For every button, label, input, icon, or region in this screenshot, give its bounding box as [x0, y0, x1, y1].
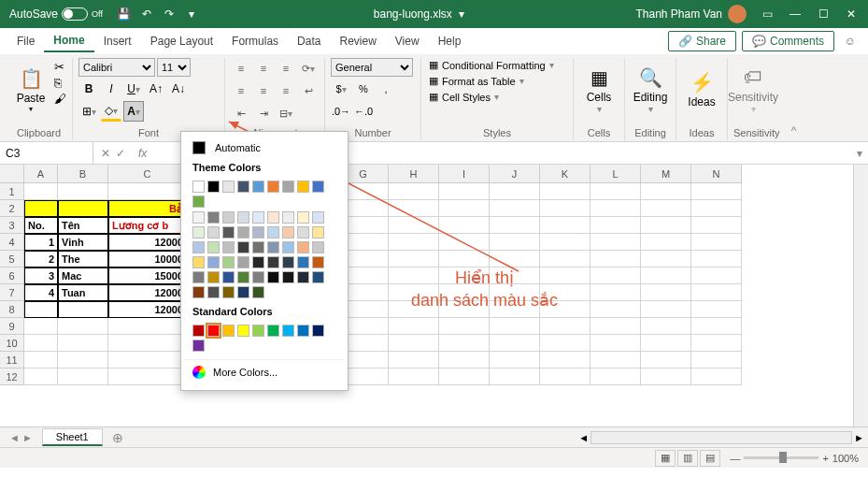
cell[interactable]	[591, 251, 641, 267]
tab-view[interactable]: View	[386, 31, 429, 51]
cell[interactable]: Bả	[108, 200, 187, 217]
cell[interactable]	[108, 183, 187, 200]
color-swatch[interactable]	[282, 256, 294, 268]
color-swatch[interactable]	[312, 271, 324, 283]
cell[interactable]	[24, 200, 58, 217]
ideas-button[interactable]: ⚡Ideas	[682, 58, 721, 120]
cell[interactable]	[58, 335, 108, 352]
color-swatch[interactable]	[282, 211, 294, 224]
cell[interactable]	[389, 183, 439, 200]
cell[interactable]: Tên	[58, 217, 108, 234]
color-swatch[interactable]	[237, 241, 249, 253]
cancel-formula-icon[interactable]: ✕	[101, 147, 110, 160]
cell[interactable]	[389, 251, 439, 267]
cell[interactable]	[439, 217, 490, 234]
row-header[interactable]: 4	[0, 234, 24, 251]
cell[interactable]	[389, 335, 439, 352]
cell[interactable]	[591, 267, 641, 284]
select-all-corner[interactable]	[0, 165, 24, 183]
color-swatch[interactable]	[192, 286, 205, 298]
color-swatch[interactable]	[207, 256, 220, 268]
zoom-out-icon[interactable]: —	[730, 453, 740, 464]
cell[interactable]	[389, 200, 439, 217]
redo-icon[interactable]: ↷	[159, 4, 179, 24]
color-swatch[interactable]	[222, 181, 235, 193]
col-header-J[interactable]: J	[490, 165, 540, 182]
conditional-formatting-button[interactable]: ▦ Conditional Formatting ▾	[427, 58, 567, 72]
color-swatch[interactable]	[237, 181, 249, 193]
cell[interactable]: 1	[24, 234, 58, 251]
cell[interactable]	[591, 284, 641, 301]
cell[interactable]	[439, 335, 490, 352]
cell[interactable]	[691, 284, 742, 301]
color-swatch[interactable]	[237, 286, 249, 298]
tab-insert[interactable]: Insert	[94, 31, 141, 51]
column-headers[interactable]: ABCDEFGHIJKLMN	[24, 165, 742, 183]
font-name-select[interactable]: Calibri	[78, 58, 155, 77]
row-header[interactable]: 11	[0, 352, 24, 369]
cell[interactable]: 12000	[108, 284, 187, 301]
cell[interactable]	[540, 217, 591, 234]
cell[interactable]	[389, 234, 439, 251]
cell-styles-button[interactable]: ▦ Cell Styles ▾	[427, 90, 567, 104]
color-swatch[interactable]	[297, 211, 309, 224]
color-swatch[interactable]	[282, 226, 294, 238]
automatic-color-item[interactable]: Automatic	[185, 137, 344, 158]
color-swatch[interactable]	[297, 325, 309, 337]
color-swatch[interactable]	[297, 181, 309, 193]
row-header[interactable]: 5	[0, 251, 24, 267]
cell[interactable]	[691, 352, 742, 369]
cell[interactable]	[641, 352, 691, 369]
accounting-format-icon[interactable]: $▾	[331, 79, 351, 99]
color-swatch[interactable]	[267, 181, 279, 193]
comments-button[interactable]: 💬 Comments	[742, 31, 834, 51]
color-swatch[interactable]	[192, 195, 205, 208]
color-swatch[interactable]	[267, 241, 279, 253]
ribbon-display-icon[interactable]: ▭	[754, 4, 780, 24]
cell[interactable]	[591, 352, 641, 369]
borders-button[interactable]: ⊞▾	[78, 101, 99, 122]
color-swatch[interactable]	[312, 241, 324, 253]
color-swatch[interactable]	[237, 325, 249, 337]
wrap-text-icon[interactable]: ↩	[298, 80, 319, 101]
cell[interactable]	[439, 200, 490, 217]
col-header-H[interactable]: H	[389, 165, 439, 182]
color-swatch[interactable]	[282, 241, 294, 253]
cell[interactable]	[24, 335, 58, 352]
decrease-decimal-icon[interactable]: ←.0	[353, 101, 374, 122]
color-swatch[interactable]	[267, 325, 279, 337]
col-header-C[interactable]: C	[108, 165, 187, 182]
expand-formula-bar-icon[interactable]: ▾	[851, 147, 868, 160]
user-account[interactable]: Thanh Pham Van	[635, 5, 747, 23]
color-swatch[interactable]	[222, 256, 235, 268]
color-swatch[interactable]	[222, 271, 235, 283]
format-painter-icon[interactable]: 🖌	[54, 92, 66, 106]
align-middle-icon[interactable]: ≡	[253, 58, 274, 79]
decrease-indent-icon[interactable]: ⇤	[231, 103, 251, 123]
cell[interactable]	[439, 183, 490, 200]
tab-page-layout[interactable]: Page Layout	[141, 31, 222, 51]
increase-decimal-icon[interactable]: .0→	[331, 101, 351, 122]
cell[interactable]	[591, 183, 641, 200]
cell[interactable]: 4	[24, 284, 58, 301]
color-swatch[interactable]	[207, 181, 220, 193]
orientation-icon[interactable]: ⟳▾	[298, 58, 319, 79]
cell[interactable]	[490, 183, 540, 200]
color-swatch[interactable]	[222, 226, 235, 238]
cell[interactable]	[24, 301, 58, 318]
color-swatch[interactable]	[312, 226, 324, 238]
percent-format-icon[interactable]: %	[353, 79, 374, 99]
cell[interactable]	[641, 251, 691, 267]
collapse-ribbon-icon[interactable]: ^	[786, 58, 803, 141]
cell[interactable]	[591, 301, 641, 318]
close-icon[interactable]: ✕	[838, 4, 864, 24]
align-center-icon[interactable]: ≡	[253, 80, 274, 101]
color-swatch[interactable]	[192, 340, 205, 352]
cell[interactable]	[540, 251, 591, 267]
color-swatch[interactable]	[207, 241, 220, 253]
color-swatch[interactable]	[267, 256, 279, 268]
cell[interactable]	[691, 318, 742, 335]
color-swatch[interactable]	[252, 226, 264, 238]
tab-review[interactable]: Review	[330, 31, 385, 51]
align-bottom-icon[interactable]: ≡	[276, 58, 296, 79]
